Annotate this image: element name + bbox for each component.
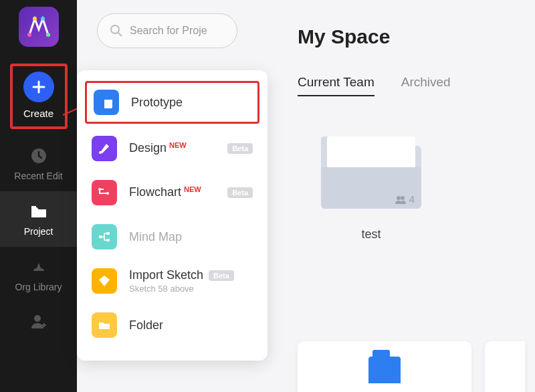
folder-name: test xyxy=(361,227,381,241)
menu-sublabel: Sketch 58 above xyxy=(129,284,253,294)
svg-point-6 xyxy=(34,315,41,322)
beta-badge: Beta xyxy=(227,143,253,154)
new-badge: NEW xyxy=(169,141,187,149)
sidebar-label: Recent Edit xyxy=(14,171,62,182)
prototype-icon xyxy=(94,90,119,115)
sidebar: Create Recent Edit Project Org Library xyxy=(0,0,77,392)
create-menu-prototype[interactable]: Prototype xyxy=(85,81,259,124)
create-menu-import-sketch[interactable]: Import Sketch Beta Sketch 58 above xyxy=(77,259,268,303)
menu-label: Import Sketch xyxy=(129,268,203,282)
sidebar-item-org-library[interactable]: Org Library xyxy=(0,247,77,302)
project-card[interactable] xyxy=(298,341,471,392)
create-button[interactable]: Create xyxy=(10,64,68,129)
project-card[interactable] xyxy=(485,341,525,392)
svg-point-22 xyxy=(397,196,401,200)
create-menu-design[interactable]: DesignNEW Beta xyxy=(77,126,268,171)
search-input[interactable]: Search for Proje xyxy=(97,13,237,48)
create-menu-mindmap[interactable]: Mind Map xyxy=(77,215,268,259)
svg-point-1 xyxy=(33,17,37,21)
svg-point-23 xyxy=(401,196,405,200)
tab-archived[interactable]: Archived xyxy=(401,75,451,96)
sidebar-label: Project xyxy=(24,226,54,237)
menu-label: Design xyxy=(129,142,167,155)
flowchart-icon xyxy=(92,180,117,205)
svg-rect-8 xyxy=(43,323,45,327)
create-menu-flowchart[interactable]: FlowchartNEW Beta xyxy=(77,171,268,215)
svg-point-0 xyxy=(27,33,31,37)
svg-point-17 xyxy=(106,192,109,195)
folder-icon xyxy=(92,312,117,338)
main-area: My Space Current Team Archived 4 test xyxy=(298,13,535,241)
tab-current-team[interactable]: Current Team xyxy=(298,75,374,96)
sidebar-item-user[interactable] xyxy=(0,302,77,346)
menu-label: Prototype xyxy=(131,96,183,109)
create-label: Create xyxy=(23,108,54,120)
members-icon xyxy=(395,195,407,205)
beta-badge: Beta xyxy=(227,187,253,198)
plus-icon xyxy=(23,72,54,102)
svg-point-16 xyxy=(99,151,102,154)
tabs: Current Team Archived xyxy=(298,75,535,96)
svg-rect-5 xyxy=(31,206,36,208)
mindmap-icon xyxy=(92,224,117,250)
svg-rect-19 xyxy=(99,235,102,238)
menu-label: Mind Map xyxy=(129,230,182,243)
app-logo[interactable] xyxy=(19,7,59,47)
sketch-icon xyxy=(92,268,117,294)
sidebar-label: Org Library xyxy=(15,282,62,293)
svg-line-12 xyxy=(118,33,122,36)
svg-point-18 xyxy=(98,188,101,191)
folder-icon xyxy=(28,201,49,222)
project-card-icon xyxy=(368,357,401,383)
menu-label: Folder xyxy=(129,318,163,332)
svg-rect-15 xyxy=(100,96,112,100)
svg-point-2 xyxy=(41,17,45,21)
svg-point-11 xyxy=(111,25,119,33)
design-icon xyxy=(92,136,117,161)
svg-rect-21 xyxy=(106,239,110,241)
sidebar-item-project[interactable]: Project xyxy=(0,191,77,247)
folder-thumbnail: 4 xyxy=(321,136,421,209)
new-badge: NEW xyxy=(184,185,201,193)
menu-label: Flowchart xyxy=(129,186,181,199)
library-icon xyxy=(28,256,49,278)
clock-icon xyxy=(28,145,49,167)
beta-badge: Beta xyxy=(209,270,234,281)
create-menu-folder[interactable]: Folder xyxy=(77,303,268,347)
svg-point-3 xyxy=(46,33,50,37)
search-placeholder: Search for Proje xyxy=(130,25,207,37)
svg-rect-20 xyxy=(106,232,110,235)
folder-member-count: 4 xyxy=(409,193,415,205)
content-area: Search for Proje Prototype DesignNEW Bet… xyxy=(77,0,535,392)
user-icon xyxy=(28,311,49,332)
create-menu-popup: Prototype DesignNEW Beta FlowchartNEW Be… xyxy=(77,70,268,361)
folder-card[interactable]: 4 test xyxy=(318,136,425,241)
page-title: My Space xyxy=(298,25,535,48)
search-icon xyxy=(110,24,123,37)
sidebar-item-recent-edit[interactable]: Recent Edit xyxy=(0,136,77,191)
